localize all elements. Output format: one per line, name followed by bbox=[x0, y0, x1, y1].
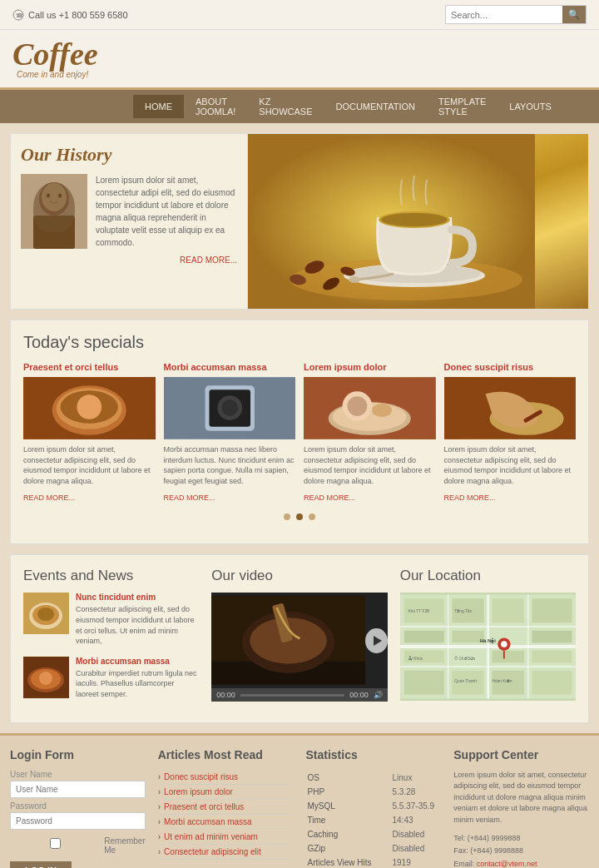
events-section: Events and News Nunc tincidunt enim Cons… bbox=[23, 568, 199, 709]
support-fax: Fax: (+844) 9998888 bbox=[453, 845, 589, 857]
hero-read-more[interactable]: READ MORE... bbox=[96, 255, 237, 265]
volume-icon[interactable]: 🔊 bbox=[374, 691, 383, 699]
special-readmore-3[interactable]: READ MORE... bbox=[304, 494, 355, 502]
stat-row-3: MySQL 5.5.37-35.9 bbox=[308, 800, 440, 812]
special-text-3: Lorem ipsum dolor sit amet, consectetur … bbox=[304, 444, 436, 486]
svg-text:Hà Nội: Hà Nội bbox=[480, 638, 496, 645]
special-item-1: Praesent et orci tellus Lorem ipsum dolo… bbox=[23, 362, 156, 503]
video-progress-bar[interactable] bbox=[240, 694, 344, 697]
nav-layouts[interactable]: LAYOUTS bbox=[498, 95, 563, 118]
article-link-4[interactable]: Morbi accumsan massa bbox=[164, 817, 252, 826]
special-readmore-1[interactable]: READ MORE... bbox=[23, 494, 75, 502]
svg-point-6 bbox=[47, 194, 50, 198]
hero-title: Our History bbox=[21, 144, 237, 166]
stat-label-2: PHP bbox=[308, 786, 391, 798]
login-form-section: Login Form User Name Password Remember M… bbox=[10, 748, 146, 868]
svg-point-34 bbox=[372, 404, 392, 417]
svg-rect-62 bbox=[403, 631, 443, 642]
specials-title: Today's specials bbox=[23, 333, 576, 352]
hero-bg-image bbox=[248, 134, 588, 309]
svg-point-33 bbox=[348, 396, 368, 416]
svg-text:☎: ☎ bbox=[16, 12, 23, 18]
phone-icon: ☎ bbox=[12, 9, 24, 21]
article-link-5[interactable]: Ut enim ad minim veniam bbox=[164, 832, 258, 841]
stats-table: OS Linux PHP 5.3.28 MySQL 5.5.37-35.9 Ti… bbox=[306, 770, 442, 868]
stats-title: Statistics bbox=[306, 748, 442, 761]
search-form: 🔍 bbox=[445, 5, 587, 24]
svg-point-5 bbox=[42, 183, 67, 211]
dot-2[interactable] bbox=[296, 513, 303, 520]
special-readmore-2[interactable]: READ MORE... bbox=[164, 494, 215, 502]
svg-text:Tống Tân: Tống Tân bbox=[454, 609, 472, 613]
carousel-dots bbox=[23, 503, 576, 531]
video-play-button[interactable] bbox=[365, 628, 387, 653]
article-link-3[interactable]: Praesent et orci tellus bbox=[164, 802, 244, 811]
stat-value-7: 1919 bbox=[393, 856, 440, 868]
password-input[interactable] bbox=[10, 812, 146, 830]
map-svg: Khu TT F2B Tống Tân Ấy Khúc Quan Thanh H… bbox=[400, 593, 576, 701]
svg-rect-68 bbox=[403, 671, 443, 695]
stat-value-6: Disabled bbox=[393, 842, 440, 855]
username-input[interactable] bbox=[10, 781, 146, 798]
article-link-6[interactable]: Consectetur adipiscing elit bbox=[164, 847, 261, 856]
articles-title: Articles Most Read bbox=[158, 748, 294, 761]
nav-about[interactable]: ABOUT JOOMLA! bbox=[184, 90, 247, 123]
logo-text: Coffee bbox=[12, 38, 98, 70]
video-time-start: 00:00 bbox=[216, 691, 235, 699]
nav-template[interactable]: TEMPLATE STYLE bbox=[427, 90, 498, 123]
stat-row-5: Caching Disabled bbox=[308, 828, 440, 841]
nav-kz[interactable]: KZ SHOWCASE bbox=[247, 90, 324, 123]
special-title-1: Praesent et orci tellus bbox=[23, 362, 156, 372]
stat-row-6: GZip Disabled bbox=[308, 842, 440, 855]
nav-docs[interactable]: DOCUMENTATION bbox=[324, 95, 427, 118]
main-nav: HOME ABOUT JOOMLA! KZ SHOWCASE DOCUMENTA… bbox=[0, 90, 599, 123]
portrait-illustration bbox=[21, 174, 87, 249]
svg-text:Hoàn Kiếm: Hoàn Kiếm bbox=[492, 680, 512, 684]
svg-text:Ấy Khúc: Ấy Khúc bbox=[408, 657, 423, 662]
special-readmore-4[interactable]: READ MORE... bbox=[444, 494, 496, 502]
svg-rect-61 bbox=[532, 599, 572, 623]
dot-1[interactable] bbox=[284, 513, 290, 520]
remember-checkbox[interactable] bbox=[10, 838, 101, 849]
article-item-1: Donec suscipit risus bbox=[158, 770, 294, 785]
svg-rect-60 bbox=[492, 599, 523, 623]
svg-text:Quan Thanh: Quan Thanh bbox=[454, 680, 477, 684]
svg-rect-67 bbox=[532, 651, 572, 662]
video-thumbnail bbox=[211, 593, 365, 688]
stat-row-4: Time 14:43 bbox=[308, 814, 440, 826]
video-player[interactable] bbox=[211, 593, 387, 688]
search-button[interactable]: 🔍 bbox=[562, 6, 586, 23]
news-item-2: Morbi accumsan massa Curabitur imperdiet… bbox=[23, 657, 199, 700]
news-text-2: Curabitur imperdiet rutrum ligula nec ia… bbox=[76, 668, 199, 700]
svg-text:Khu TT F2B: Khu TT F2B bbox=[408, 609, 429, 613]
svg-rect-63 bbox=[452, 631, 483, 642]
svg-rect-71 bbox=[532, 671, 572, 695]
top-bar: ☎ Call us +1 800 559 6580 🔍 bbox=[0, 0, 599, 30]
svg-rect-64 bbox=[532, 631, 572, 642]
svg-point-73 bbox=[501, 642, 507, 648]
support-contact: Tel: (+844) 9999888 Fax: (+844) 9998888 … bbox=[453, 832, 589, 868]
login-button[interactable]: LOG IN bbox=[10, 861, 72, 868]
special-text-4: Lorem ipsum dolor sit amet, consectetur … bbox=[444, 444, 577, 486]
video-title: Our video bbox=[211, 568, 387, 584]
support-text: Lorem ipsum dolor sit amet, consectetur … bbox=[453, 770, 589, 826]
article-link-2[interactable]: Lorem ipsum dolor bbox=[164, 787, 233, 796]
dot-3[interactable] bbox=[309, 513, 315, 520]
nav-home[interactable]: HOME bbox=[133, 95, 184, 118]
special-image-1 bbox=[23, 377, 156, 439]
articles-section: Articles Most Read Donec suscipit risus … bbox=[158, 748, 294, 868]
article-item-2: Lorem ipsum dolor bbox=[158, 785, 294, 800]
bottom-sections: Events and News Nunc tincidunt enim Cons… bbox=[10, 554, 589, 722]
events-title: Events and News bbox=[23, 568, 199, 584]
article-item-5: Ut enim ad minim veniam bbox=[158, 830, 294, 845]
news-image-1 bbox=[23, 593, 69, 634]
svg-rect-66 bbox=[492, 651, 523, 662]
special-title-2: Morbi accumsan massa bbox=[164, 362, 296, 372]
stat-label-6: GZip bbox=[308, 842, 391, 855]
stat-label-3: MySQL bbox=[308, 800, 391, 812]
specials-section: Today's specials Praesent et orci tellus… bbox=[10, 320, 589, 544]
search-input[interactable] bbox=[446, 7, 562, 22]
article-link-1[interactable]: Donec suscipit risus bbox=[164, 772, 238, 781]
special-image-2 bbox=[164, 377, 296, 439]
map-area[interactable]: Khu TT F2B Tống Tân Ấy Khúc Quan Thanh H… bbox=[400, 593, 576, 701]
